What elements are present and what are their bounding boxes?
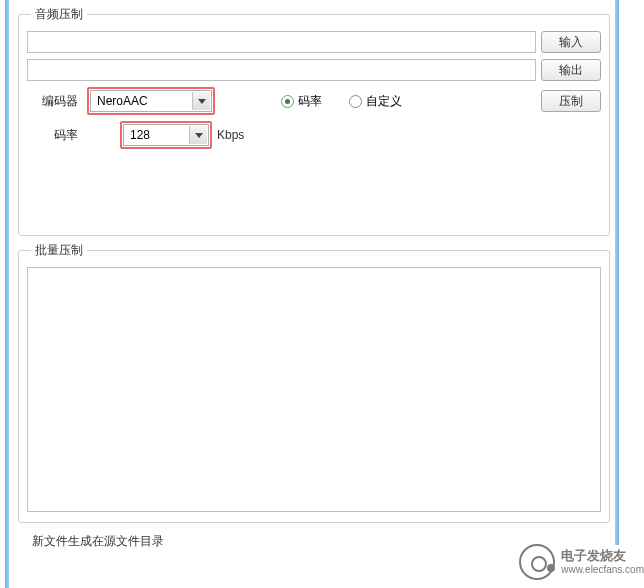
audio-compress-group: 音频压制 输入 输出 编码器 NeroAAC 码率 [18,6,610,236]
watermark-cn: 电子发烧友 [561,549,644,563]
bitrate-label: 码率 [27,127,82,144]
bitrate-unit: Kbps [217,128,244,142]
chevron-down-icon [192,92,210,110]
logo-icon [519,544,555,580]
bitrate-value: 128 [130,128,150,142]
watermark-url: www.elecfans.com [561,564,644,575]
batch-listbox[interactable] [27,267,601,512]
radio-bitrate[interactable]: 码率 [281,93,322,110]
output-button[interactable]: 输出 [541,59,601,81]
encoder-label: 编码器 [27,93,82,110]
radio-custom[interactable]: 自定义 [349,93,402,110]
radio-dot-checked-icon [281,95,294,108]
input-path-field[interactable] [27,31,536,53]
audio-legend: 音频压制 [31,6,87,23]
input-button[interactable]: 输入 [541,31,601,53]
radio-dot-icon [349,95,362,108]
encoder-highlight: NeroAAC [87,87,215,115]
encode-button[interactable]: 压制 [541,90,601,112]
watermark: 电子发烧友 www.elecfans.com [519,544,644,580]
radio-bitrate-label: 码率 [298,93,322,110]
batch-compress-group: 批量压制 [18,242,610,523]
output-path-field[interactable] [27,59,536,81]
encoder-value: NeroAAC [97,94,148,108]
bitrate-highlight: 128 [120,121,212,149]
chevron-down-icon [189,126,207,144]
bitrate-dropdown[interactable]: 128 [123,124,209,146]
batch-legend: 批量压制 [31,242,87,259]
encoder-dropdown[interactable]: NeroAAC [90,90,212,112]
radio-custom-label: 自定义 [366,93,402,110]
